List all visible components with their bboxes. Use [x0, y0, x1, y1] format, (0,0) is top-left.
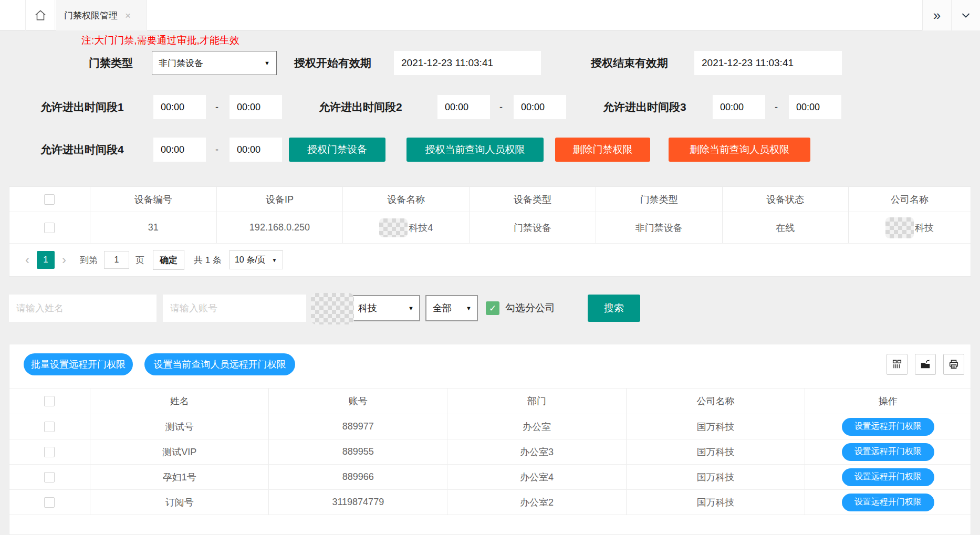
- period4-to-input[interactable]: [230, 138, 282, 162]
- device-company-cell: 科技: [848, 212, 971, 243]
- device-table-panel: 设备编号 设备IP 设备名称 设备类型 门禁类型 设备状态 公司名称 31 19…: [9, 186, 971, 277]
- set-remote-open-button[interactable]: 设置远程开门权限: [842, 443, 934, 461]
- person-section-panel: 批量设置远程开门权限 设置当前查询人员远程开门权限: [9, 344, 971, 535]
- chevron-down-icon: [960, 9, 972, 22]
- pagination-bar: ‹ 1 › 到第 页 确定 共 1 条 10 条/页 ▼: [9, 244, 971, 276]
- tab-bar: 门禁权限管理 × »: [0, 0, 980, 30]
- goto-confirm-button[interactable]: 确定: [153, 250, 184, 270]
- page-size-select[interactable]: 10 条/页 ▼: [229, 250, 283, 269]
- device-header-name: 设备名称: [342, 187, 469, 212]
- period4-label: 允许进出时间段4: [40, 138, 124, 162]
- period4-from-input[interactable]: [153, 138, 206, 162]
- redacted-device-name-prefix: [379, 218, 408, 237]
- period4-dash: -: [215, 138, 218, 162]
- branch-checkbox[interactable]: ✓: [486, 301, 499, 315]
- authorize-person-button[interactable]: 授权当前查询人员权限: [406, 138, 544, 162]
- printer-icon: [948, 359, 960, 370]
- person-row-3-checkbox[interactable]: [44, 472, 55, 482]
- period2-from-input[interactable]: [437, 95, 490, 119]
- person-header-action: 操作: [805, 389, 971, 414]
- person-row-4-name: 订阅号: [90, 490, 269, 515]
- device-select-all-checkbox[interactable]: [44, 194, 55, 205]
- person-name-input[interactable]: [9, 295, 157, 322]
- period1-label: 允许进出时间段1: [40, 95, 124, 119]
- person-row-1-dept: 办公室: [447, 414, 626, 439]
- person-row-3: 孕妇1号 889966 办公室4 国万科技 设置远程开门权限: [9, 465, 971, 490]
- redacted-company-select-prefix: [311, 293, 354, 324]
- period3-to-input[interactable]: [789, 95, 841, 119]
- prev-page-icon[interactable]: ‹: [21, 253, 34, 267]
- device-ip-cell: 192.168.0.250: [216, 212, 343, 243]
- person-row-4: 订阅号 3119874779 办公室2 国万科技 设置远程开门权限: [9, 490, 971, 515]
- collapse-tabs-button[interactable]: »: [922, 0, 951, 30]
- auth-start-input[interactable]: [394, 51, 541, 75]
- person-row-4-action-cell: 设置远程开门权限: [805, 490, 971, 515]
- print-button[interactable]: [943, 354, 964, 375]
- person-row-2-checkbox-cell: [9, 439, 90, 464]
- device-header-ip: 设备IP: [216, 187, 343, 212]
- home-tab-button[interactable]: [25, 0, 55, 30]
- person-row-4-checkbox[interactable]: [44, 497, 55, 508]
- access-type-select[interactable]: 非门禁设备 ▼: [152, 51, 277, 75]
- tab-close-icon[interactable]: ×: [125, 11, 131, 20]
- search-button[interactable]: 搜索: [588, 295, 640, 322]
- person-row-1-checkbox[interactable]: [44, 422, 55, 432]
- period1-to-input[interactable]: [230, 95, 282, 119]
- set-remote-open-button[interactable]: 设置远程开门权限: [842, 468, 934, 486]
- department-select[interactable]: 全部 ▼: [425, 295, 478, 321]
- device-header-type: 设备类型: [469, 187, 596, 212]
- period2-dash: -: [499, 95, 503, 119]
- period2-to-input[interactable]: [514, 95, 566, 119]
- access-permission-page: 门禁权限管理 × » 注:大门门禁,需要通过审批,才能生效 门禁类型 非门禁设备…: [0, 0, 980, 535]
- person-row-1-company: 国万科技: [626, 414, 805, 439]
- person-row-4-dept: 办公室2: [447, 490, 626, 515]
- auth-end-input[interactable]: [694, 51, 842, 75]
- delete-person-permission-button[interactable]: 删除当前查询人员权限: [669, 138, 810, 162]
- period3-label: 允许进出时间段3: [603, 95, 686, 119]
- person-header-account: 账号: [268, 389, 447, 414]
- current-query-remote-open-button[interactable]: 设置当前查询人员远程开门权限: [144, 353, 295, 375]
- device-name-suffix: 科技4: [409, 222, 433, 234]
- device-header-company: 公司名称: [848, 187, 971, 212]
- set-remote-open-button[interactable]: 设置远程开门权限: [842, 494, 934, 511]
- total-count-label: 共 1 条: [194, 254, 222, 266]
- device-header-status: 设备状态: [722, 187, 849, 212]
- batch-remote-open-button[interactable]: 批量设置远程开门权限: [24, 353, 133, 375]
- device-row-checkbox[interactable]: [44, 223, 55, 233]
- current-page-button[interactable]: 1: [37, 251, 55, 269]
- export-button[interactable]: [915, 354, 936, 375]
- access-type-label: 门禁类型: [89, 51, 133, 75]
- caret-down-icon: ▼: [272, 257, 277, 263]
- person-row-3-dept: 办公室4: [447, 465, 626, 489]
- period3-dash: -: [775, 95, 778, 119]
- next-page-icon[interactable]: ›: [58, 253, 70, 267]
- device-header-access-type: 门禁类型: [596, 187, 722, 212]
- delete-device-permission-button[interactable]: 删除门禁权限: [555, 138, 650, 162]
- set-remote-open-button[interactable]: 设置远程开门权限: [842, 418, 934, 436]
- redacted-company-prefix: [885, 217, 914, 238]
- period2-label: 允许进出时间段2: [319, 95, 402, 119]
- authorize-device-button[interactable]: 授权门禁设备: [289, 138, 385, 162]
- branch-checkbox-label: 勾选分公司: [505, 295, 555, 322]
- person-row-3-name: 孕妇1号: [90, 465, 269, 489]
- goto-page-input[interactable]: [104, 251, 129, 269]
- period1-from-input[interactable]: [153, 95, 206, 119]
- person-table: 姓名 账号 部门 公司名称 操作 测试号 889977 办公室 国万科技 设置远…: [9, 388, 971, 515]
- tab-menu-button[interactable]: [951, 0, 980, 30]
- person-row-4-company: 国万科技: [626, 490, 805, 515]
- person-table-header: 姓名 账号 部门 公司名称 操作: [9, 388, 971, 414]
- person-account-input[interactable]: [163, 295, 306, 322]
- device-table-row: 31 192.168.0.250 科技4 门禁设备 非门禁设备 在线 科技: [9, 212, 971, 244]
- person-row-3-checkbox-cell: [9, 465, 90, 489]
- period3-from-input[interactable]: [713, 95, 765, 119]
- device-row-checkbox-cell: [9, 212, 90, 243]
- page-unit-label: 页: [135, 254, 144, 266]
- column-settings-button[interactable]: [887, 354, 908, 375]
- device-table-header: 设备编号 设备IP 设备名称 设备类型 门禁类型 设备状态 公司名称: [9, 187, 971, 212]
- device-header-no: 设备编号: [90, 187, 216, 212]
- person-row-2-name: 测试VIP: [90, 439, 269, 464]
- person-row-2-checkbox[interactable]: [44, 447, 55, 457]
- tab-access-permission[interactable]: 门禁权限管理 ×: [56, 0, 147, 30]
- device-access-type-cell: 非门禁设备: [596, 212, 722, 243]
- person-select-all-checkbox[interactable]: [44, 396, 55, 406]
